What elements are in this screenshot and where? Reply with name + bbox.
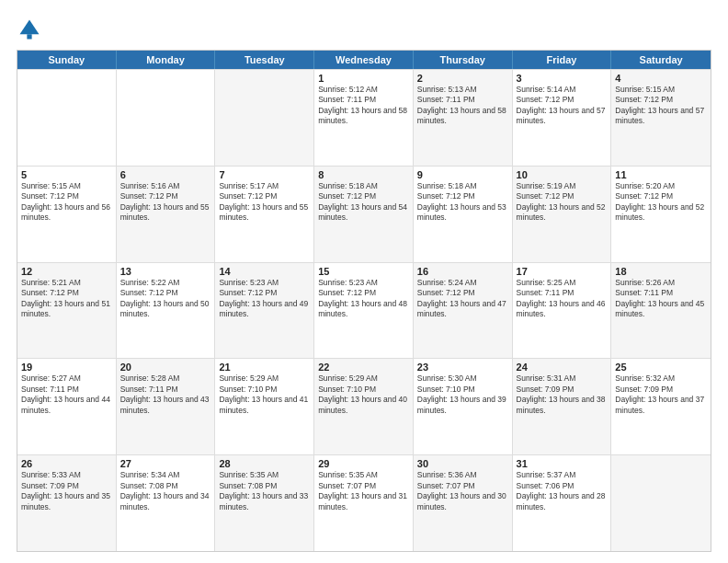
day-number: 13 [120,266,211,277]
day-number: 22 [318,362,409,373]
day-number: 19 [21,362,112,373]
calendar-cell: 17Sunrise: 5:25 AM Sunset: 7:11 PM Dayli… [513,263,612,359]
day-detail: Sunrise: 5:30 AM Sunset: 7:10 PM Dayligh… [417,373,508,416]
calendar-cell: 9Sunrise: 5:18 AM Sunset: 7:12 PM Daylig… [414,167,513,262]
day-number: 20 [120,362,211,373]
day-detail: Sunrise: 5:25 AM Sunset: 7:11 PM Dayligh… [517,278,608,320]
day-number: 28 [219,458,310,469]
day-detail: Sunrise: 5:13 AM Sunset: 7:11 PM Dayligh… [417,85,508,127]
day-detail: Sunrise: 5:31 AM Sunset: 7:09 PM Dayligh… [517,373,608,416]
weekday-header-tuesday: Tuesday [215,51,314,69]
day-detail: Sunrise: 5:24 AM Sunset: 7:12 PM Dayligh… [417,278,508,320]
day-number: 3 [517,73,608,84]
day-number: 7 [219,169,310,180]
calendar-cell: 23Sunrise: 5:30 AM Sunset: 7:10 PM Dayli… [414,359,513,454]
day-detail: Sunrise: 5:16 AM Sunset: 7:12 PM Dayligh… [120,181,211,224]
calendar-row-4: 26Sunrise: 5:33 AM Sunset: 7:09 PM Dayli… [17,454,711,551]
weekday-header-sunday: Sunday [17,51,117,69]
calendar-cell: 18Sunrise: 5:26 AM Sunset: 7:11 PM Dayli… [611,263,711,359]
day-detail: Sunrise: 5:15 AM Sunset: 7:12 PM Dayligh… [21,181,112,224]
day-number: 9 [417,169,508,180]
day-detail: Sunrise: 5:35 AM Sunset: 7:08 PM Dayligh… [219,470,310,512]
day-detail: Sunrise: 5:20 AM Sunset: 7:12 PM Dayligh… [615,181,707,224]
calendar-cell: 16Sunrise: 5:24 AM Sunset: 7:12 PM Dayli… [414,263,513,359]
day-detail: Sunrise: 5:28 AM Sunset: 7:11 PM Dayligh… [120,373,211,416]
day-number: 17 [517,266,608,277]
calendar-cell: 4Sunrise: 5:15 AM Sunset: 7:12 PM Daylig… [611,70,711,166]
calendar-cell: 29Sunrise: 5:35 AM Sunset: 7:07 PM Dayli… [314,455,414,551]
day-detail: Sunrise: 5:37 AM Sunset: 7:06 PM Dayligh… [517,470,608,512]
logo-icon [17,17,42,42]
day-detail: Sunrise: 5:23 AM Sunset: 7:12 PM Dayligh… [318,278,409,320]
day-number: 4 [615,73,707,84]
day-detail: Sunrise: 5:15 AM Sunset: 7:12 PM Dayligh… [615,85,707,127]
calendar-cell: 30Sunrise: 5:36 AM Sunset: 7:07 PM Dayli… [414,455,513,551]
day-detail: Sunrise: 5:17 AM Sunset: 7:12 PM Dayligh… [219,181,310,224]
calendar-cell: 24Sunrise: 5:31 AM Sunset: 7:09 PM Dayli… [513,359,612,454]
day-number: 31 [517,458,608,469]
day-detail: Sunrise: 5:36 AM Sunset: 7:07 PM Dayligh… [417,470,508,512]
day-number: 26 [21,458,112,469]
day-detail: Sunrise: 5:32 AM Sunset: 7:09 PM Dayligh… [615,373,707,416]
weekday-header-friday: Friday [513,51,612,69]
day-detail: Sunrise: 5:29 AM Sunset: 7:10 PM Dayligh… [219,373,310,416]
calendar-cell: 11Sunrise: 5:20 AM Sunset: 7:12 PM Dayli… [611,167,711,262]
day-number: 29 [318,458,409,469]
calendar-row-1: 5Sunrise: 5:15 AM Sunset: 7:12 PM Daylig… [17,166,711,262]
weekday-header-monday: Monday [117,51,216,69]
calendar-body: 1Sunrise: 5:12 AM Sunset: 7:11 PM Daylig… [17,69,711,551]
calendar-cell: 31Sunrise: 5:37 AM Sunset: 7:06 PM Dayli… [513,455,612,551]
logo [17,17,46,42]
calendar: SundayMondayTuesdayWednesdayThursdayFrid… [17,50,711,552]
day-detail: Sunrise: 5:26 AM Sunset: 7:11 PM Dayligh… [615,278,707,320]
day-number: 24 [517,362,608,373]
calendar-cell [117,70,216,166]
page: SundayMondayTuesdayWednesdayThursdayFrid… [0,0,728,563]
calendar-cell: 1Sunrise: 5:12 AM Sunset: 7:11 PM Daylig… [314,70,414,166]
day-detail: Sunrise: 5:29 AM Sunset: 7:10 PM Dayligh… [318,373,409,416]
day-number: 30 [417,458,508,469]
calendar-cell: 22Sunrise: 5:29 AM Sunset: 7:10 PM Dayli… [314,359,414,454]
calendar-cell: 27Sunrise: 5:34 AM Sunset: 7:08 PM Dayli… [117,455,216,551]
day-number: 1 [318,73,409,84]
day-number: 16 [417,266,508,277]
day-number: 27 [120,458,211,469]
calendar-cell [215,70,314,166]
calendar-cell [17,70,117,166]
day-detail: Sunrise: 5:34 AM Sunset: 7:08 PM Dayligh… [120,470,211,512]
day-detail: Sunrise: 5:18 AM Sunset: 7:12 PM Dayligh… [318,181,409,224]
day-detail: Sunrise: 5:12 AM Sunset: 7:11 PM Dayligh… [318,85,409,127]
day-detail: Sunrise: 5:33 AM Sunset: 7:09 PM Dayligh… [21,470,112,512]
calendar-cell: 19Sunrise: 5:27 AM Sunset: 7:11 PM Dayli… [17,359,117,454]
calendar-cell: 10Sunrise: 5:19 AM Sunset: 7:12 PM Dayli… [513,167,612,262]
day-detail: Sunrise: 5:19 AM Sunset: 7:12 PM Dayligh… [517,181,608,224]
day-number: 14 [219,266,310,277]
day-detail: Sunrise: 5:21 AM Sunset: 7:12 PM Dayligh… [21,278,112,320]
day-number: 12 [21,266,112,277]
day-number: 21 [219,362,310,373]
calendar-cell: 20Sunrise: 5:28 AM Sunset: 7:11 PM Dayli… [117,359,216,454]
calendar-cell: 28Sunrise: 5:35 AM Sunset: 7:08 PM Dayli… [215,455,314,551]
day-number: 11 [615,169,707,180]
calendar-cell: 5Sunrise: 5:15 AM Sunset: 7:12 PM Daylig… [17,167,117,262]
svg-marker-0 [20,20,40,35]
svg-rect-1 [27,34,31,39]
day-number: 10 [517,169,608,180]
calendar-cell: 2Sunrise: 5:13 AM Sunset: 7:11 PM Daylig… [414,70,513,166]
calendar-cell: 6Sunrise: 5:16 AM Sunset: 7:12 PM Daylig… [117,167,216,262]
header [17,17,711,42]
calendar-cell: 21Sunrise: 5:29 AM Sunset: 7:10 PM Dayli… [215,359,314,454]
calendar-cell: 26Sunrise: 5:33 AM Sunset: 7:09 PM Dayli… [17,455,117,551]
weekday-header-saturday: Saturday [611,51,711,69]
day-number: 8 [318,169,409,180]
day-detail: Sunrise: 5:27 AM Sunset: 7:11 PM Dayligh… [21,373,112,416]
day-detail: Sunrise: 5:23 AM Sunset: 7:12 PM Dayligh… [219,278,310,320]
calendar-header: SundayMondayTuesdayWednesdayThursdayFrid… [17,51,711,69]
day-detail: Sunrise: 5:35 AM Sunset: 7:07 PM Dayligh… [318,470,409,512]
day-number: 2 [417,73,508,84]
calendar-cell: 3Sunrise: 5:14 AM Sunset: 7:12 PM Daylig… [513,70,612,166]
calendar-cell [611,455,711,551]
calendar-row-2: 12Sunrise: 5:21 AM Sunset: 7:12 PM Dayli… [17,262,711,359]
day-number: 15 [318,266,409,277]
calendar-cell: 13Sunrise: 5:22 AM Sunset: 7:12 PM Dayli… [117,263,216,359]
